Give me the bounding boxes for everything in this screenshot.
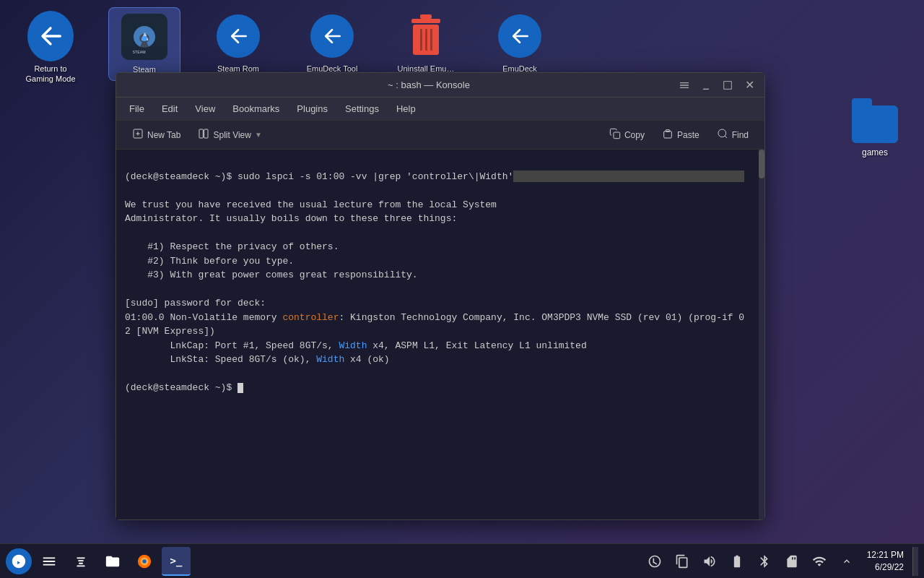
taskbar-dolphin-btn[interactable]	[98, 547, 127, 576]
new-tab-label: New Tab	[147, 130, 180, 140]
clock-date: 6/29/22	[875, 561, 904, 574]
titlebar-maximize-btn[interactable]	[720, 77, 736, 93]
term-width-highlight2: Width	[316, 354, 344, 365]
taskbar-steam-btn[interactable]	[6, 548, 32, 574]
desktop-icon-emudeck-tool[interactable]: EmuDeck Tool	[296, 7, 368, 79]
term-output-prefix1: 01:00.0 Non-Volatile memory	[125, 312, 282, 323]
term-cursor	[237, 383, 243, 393]
desktop: Return to Gaming Mode ♟ STEAM Steam	[0, 0, 924, 578]
new-tab-button[interactable]: New Tab	[125, 125, 188, 144]
games-folder-icon	[852, 105, 898, 143]
show-desktop-btn[interactable]	[912, 547, 918, 576]
menu-edit[interactable]: Edit	[154, 100, 185, 117]
svg-rect-12	[199, 129, 203, 138]
term-width-highlight1: Width	[339, 340, 367, 351]
taskbar-firefox-btn[interactable]	[130, 547, 159, 576]
term-output-lnksta-suffix: x4 (ok)	[344, 354, 389, 365]
menu-file[interactable]: File	[122, 100, 152, 117]
find-button[interactable]: Find	[710, 125, 756, 144]
return-gaming-label: Return to Gaming Mode	[25, 64, 75, 85]
terminal-scrollbar[interactable]	[757, 150, 764, 519]
split-view-chevron: ▼	[255, 131, 262, 139]
terminal-content-area: (deck@steamdeck ~)$ sudo lspci -s 01:00 …	[116, 150, 764, 519]
find-label: Find	[732, 130, 749, 140]
tray-clipboard[interactable]	[671, 550, 694, 573]
scrollbar-thumb[interactable]	[759, 150, 764, 178]
term-line-prompt1: (deck@steamdeck ~)$	[125, 171, 237, 182]
terminal-window: ~ : bash — Konsole ✕	[116, 72, 765, 520]
menu-plugins[interactable]: Plugins	[289, 100, 335, 117]
titlebar-controls: ✕	[676, 77, 757, 93]
tray-bluetooth[interactable]	[753, 550, 776, 573]
svg-rect-9	[425, 29, 427, 51]
term-sudo-prompt: [sudo] password for deck:	[125, 298, 266, 309]
svg-rect-13	[204, 129, 208, 138]
titlebar-close-btn[interactable]: ✕	[741, 77, 757, 93]
term-line-cmd1: sudo lspci -s 01:00 -vv |grep 'controlle…	[237, 171, 513, 182]
titlebar-menu-btn[interactable]	[676, 77, 692, 93]
split-view-button[interactable]: Split View ▼	[191, 125, 269, 144]
paste-label: Paste	[677, 130, 699, 140]
term-prompt2: (deck@steamdeck ~)$	[125, 382, 237, 393]
svg-text:STEAM: STEAM	[133, 50, 146, 54]
split-view-icon	[198, 128, 209, 142]
split-view-label: Split View	[213, 130, 250, 140]
scrollbar-track	[759, 150, 764, 519]
terminal-body[interactable]: (deck@steamdeck ~)$ sudo lspci -s 01:00 …	[116, 150, 757, 519]
tray-steam[interactable]	[643, 550, 666, 573]
menu-settings[interactable]: Settings	[338, 100, 386, 117]
desktop-icon-games[interactable]: games	[847, 101, 902, 162]
find-icon	[717, 128, 728, 142]
term-controller-highlight: controller	[282, 312, 339, 323]
menu-bookmarks[interactable]: Bookmarks	[225, 100, 287, 117]
terminal-titlebar: ~ : bash — Konsole ✕	[116, 73, 764, 98]
taskbar-taskmanager-btn[interactable]	[35, 547, 64, 576]
svg-rect-10	[430, 29, 432, 51]
term-sudo-notice: We trust you have received the usual lec…	[125, 199, 497, 281]
terminal-toolbar: New Tab Split View ▼ Copy Paste	[116, 121, 764, 150]
desktop-icon-uninstall-emu[interactable]: Uninstall Emu…	[390, 7, 462, 79]
desktop-icon-steam-rom[interactable]: Steam Rom	[202, 7, 274, 79]
svg-rect-16	[664, 131, 672, 138]
svg-rect-6	[420, 14, 432, 19]
svg-rect-14	[614, 132, 620, 139]
tray-storage[interactable]	[780, 550, 803, 573]
desktop-icon-return-gaming[interactable]: Return to Gaming Mode	[14, 7, 87, 90]
taskbar-clock[interactable]: 12:21 PM 6/29/22	[861, 549, 910, 574]
taskbar: >_	[0, 543, 924, 578]
terminal-menubar: File Edit View Bookmarks Plugins Setting…	[116, 98, 764, 121]
games-folder-label: games	[862, 147, 888, 158]
desktop-icon-steam[interactable]: ♟ STEAM Steam	[108, 7, 180, 81]
taskbar-discover-btn[interactable]	[66, 547, 95, 576]
menu-help[interactable]: Help	[389, 100, 423, 117]
new-tab-icon	[132, 128, 144, 142]
copy-label: Copy	[624, 130, 645, 140]
svg-point-17	[718, 129, 726, 137]
terminal-title: ~ : bash — Konsole	[181, 79, 676, 90]
tray-battery[interactable]	[725, 550, 749, 573]
menu-view[interactable]: View	[188, 100, 222, 117]
taskbar-systray	[643, 550, 858, 573]
svg-rect-5	[411, 19, 440, 23]
tray-volume[interactable]	[698, 550, 721, 573]
copy-icon	[609, 128, 621, 142]
taskbar-terminal-btn[interactable]: >_	[162, 547, 191, 576]
tray-wifi[interactable]	[808, 550, 831, 573]
svg-rect-8	[420, 29, 422, 51]
titlebar-minimize-btn[interactable]	[698, 77, 714, 93]
paste-button[interactable]: Paste	[655, 125, 707, 144]
svg-point-3	[141, 36, 147, 42]
copy-button[interactable]: Copy	[602, 125, 652, 144]
paste-icon	[662, 128, 674, 142]
clock-time: 12:21 PM	[867, 549, 904, 561]
tray-expand[interactable]	[835, 550, 858, 573]
svg-point-20	[142, 559, 147, 564]
